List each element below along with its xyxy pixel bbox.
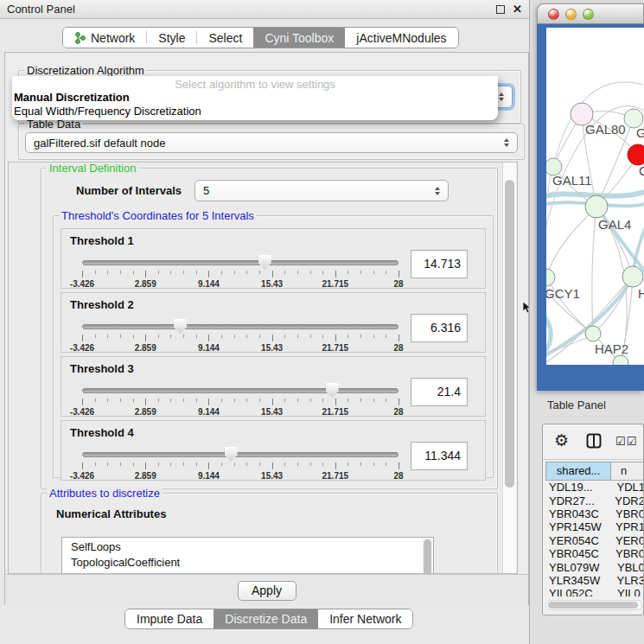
threshold-panel-3: Threshold 3 -3.4262.8599.14415.4321.7152… [61, 356, 486, 417]
close-traffic-light[interactable] [548, 9, 559, 20]
cyni-toolbox-panel: Discretization Algorithm Select algorith… [4, 52, 529, 605]
zoom-traffic-light[interactable] [583, 9, 594, 20]
slider-handle[interactable] [225, 447, 238, 462]
slider-track[interactable] [82, 260, 399, 265]
slider-tick-labels: -3.4262.8599.14415.4321.71528 [82, 471, 399, 481]
checkbox-icons[interactable]: ☑☑ [615, 435, 637, 448]
table-cell: YBL079W [545, 561, 617, 574]
tab-discretize-data[interactable]: Discretize Data [214, 609, 318, 628]
network-window-titlebar[interactable] [537, 3, 644, 24]
table-cell: YLR3 [616, 574, 644, 587]
slider-track[interactable] [82, 452, 399, 457]
network-node[interactable] [622, 266, 643, 287]
slider-track[interactable] [82, 388, 399, 393]
panel-title: Control Panel [7, 3, 75, 16]
tab-select[interactable]: Select [197, 28, 253, 48]
group-title: Attributes to discretize [47, 487, 163, 500]
close-window-icon[interactable]: ✕ [513, 5, 522, 14]
vertical-scrollbar[interactable] [502, 163, 516, 573]
threshold-slider-4[interactable]: -3.4262.8599.14415.4321.71528 [82, 445, 399, 480]
table-row[interactable]: YBL079WYBL0 [545, 560, 644, 573]
algorithm-dropdown-popup: Select algorithm to view settings Manual… [12, 76, 498, 120]
table-row[interactable]: YPR145WYPR1 [545, 520, 644, 533]
table-row[interactable]: YDR27...YDR2 [545, 494, 644, 507]
table-cell: YBR045C [545, 547, 615, 560]
network-node[interactable] [585, 326, 601, 341]
control-panel: Control Panel ✕ Network Style Select Cyn… [0, 0, 530, 644]
table-row[interactable]: YDL19...YDL1 [545, 481, 644, 494]
network-node-label: G [636, 125, 644, 140]
apply-row: Apply [5, 574, 528, 606]
settings-scroll-pane: Interval Definition Number of Intervals … [8, 162, 518, 574]
numerical-attributes-list[interactable]: SelfLoops TopologicalCoefficient Between… [61, 537, 434, 574]
table-cell: YPR1 [615, 520, 644, 533]
table-row[interactable]: YIL052CYIL0 [545, 587, 644, 596]
column-header-shared-name[interactable]: shared... [545, 462, 611, 481]
tab-label: jActiveMNodules [356, 31, 446, 45]
tab-jactivemnodules[interactable]: jActiveMNodules [345, 28, 457, 48]
table-row[interactable]: YBR043CYBR0 [545, 507, 644, 520]
network-node-label: GAL4 [598, 217, 631, 232]
group-title: Threshold's Coordinates for 5 Intervals [59, 209, 257, 222]
tab-label: Cyni Toolbox [265, 31, 334, 45]
threshold-slider-1[interactable]: -3.4262.8599.14415.4321.71528 [82, 253, 399, 288]
table-cell: YER0 [615, 534, 644, 547]
column-header-name[interactable]: n [611, 462, 644, 481]
list-item[interactable]: SelfLoops [62, 538, 433, 555]
network-node[interactable] [628, 144, 644, 165]
table-data-combobox[interactable]: galFiltered.sif default node [25, 132, 518, 153]
table-row[interactable]: YER054CYER0 [545, 534, 644, 547]
control-panel-titlebar: Control Panel ✕ [0, 0, 529, 19]
network-canvas[interactable]: GAL80GCGAL11GAL4GCY1HHAP2 [546, 28, 644, 365]
popup-item-manual-discretization[interactable]: Manual Discretization [12, 91, 498, 105]
table-row[interactable]: YLR345WYLR3 [545, 574, 644, 587]
tab-impute-data[interactable]: Impute Data [125, 609, 214, 628]
threshold-panel-4: Threshold 4 -3.4262.8599.14415.4321.7152… [61, 420, 486, 481]
scrollbar-thumb[interactable] [548, 602, 638, 609]
float-window-icon[interactable] [496, 5, 505, 14]
table-cell: YER054C [545, 534, 615, 547]
slider-handle[interactable] [258, 255, 271, 270]
tab-network[interactable]: Network [63, 28, 146, 48]
threshold-value-field[interactable]: 6.316 [411, 314, 468, 342]
table-row[interactable]: YBR045CYBR0 [545, 547, 644, 560]
number-of-intervals-combobox[interactable]: 5 [194, 180, 449, 201]
threshold-value-field[interactable]: 21.4 [411, 378, 468, 406]
slider-handle[interactable] [174, 319, 187, 334]
top-tab-bar: Network Style Select Cyni Toolbox jActiv… [62, 27, 459, 48]
column-layout-icon[interactable] [586, 433, 602, 449]
tab-cyni-toolbox[interactable]: Cyni Toolbox [253, 28, 345, 48]
scrollbar-thumb[interactable] [505, 180, 514, 488]
threshold-panel-2: Threshold 2 -3.4262.8599.14415.4321.7152… [61, 292, 486, 353]
slider-track[interactable] [82, 324, 399, 329]
network-node-label: GCY1 [546, 286, 580, 301]
list-scrollbar[interactable] [423, 539, 432, 574]
threshold-value-field[interactable]: 14.713 [411, 250, 468, 278]
slider-handle[interactable] [326, 383, 339, 398]
threshold-slider-3[interactable]: -3.4262.8599.14415.4321.71528 [82, 381, 399, 416]
combo-arrows-icon [435, 187, 440, 195]
network-node[interactable] [546, 269, 555, 286]
network-window: GAL80GCGAL11GAL4GCY1HHAP2 [537, 3, 644, 391]
group-title: Interval Definition [47, 162, 138, 175]
slider-tick-labels: -3.4262.8599.14415.4321.71528 [82, 343, 399, 354]
apply-button[interactable]: Apply [238, 581, 296, 601]
table-data-selected-value: galFiltered.sif default node [34, 137, 165, 150]
minimize-traffic-light[interactable] [565, 9, 577, 20]
threshold-value-field[interactable]: 11.344 [411, 442, 468, 470]
popup-item-equal-width-frequency[interactable]: Equal Width/Frequency Discretization [12, 105, 498, 118]
mouse-cursor [522, 302, 532, 314]
tab-label: Network [91, 31, 135, 45]
table-toolbar: ⚙ ☑☑ [543, 424, 643, 460]
network-node-label: C [639, 163, 644, 178]
slider-tick-labels: -3.4262.8599.14415.4321.71528 [82, 407, 399, 418]
gear-icon[interactable]: ⚙ [554, 430, 569, 450]
list-item[interactable]: TopologicalCoefficient [62, 555, 433, 571]
network-node[interactable] [585, 195, 608, 218]
tab-infer-network[interactable]: Infer Network [318, 609, 412, 628]
horizontal-scrollbar[interactable] [545, 600, 642, 610]
slider-ticks [82, 271, 399, 278]
table-panel-title: Table Panel [547, 399, 606, 411]
threshold-slider-2[interactable]: -3.4262.8599.14415.4321.71528 [82, 317, 399, 352]
tab-style[interactable]: Style [147, 28, 196, 48]
